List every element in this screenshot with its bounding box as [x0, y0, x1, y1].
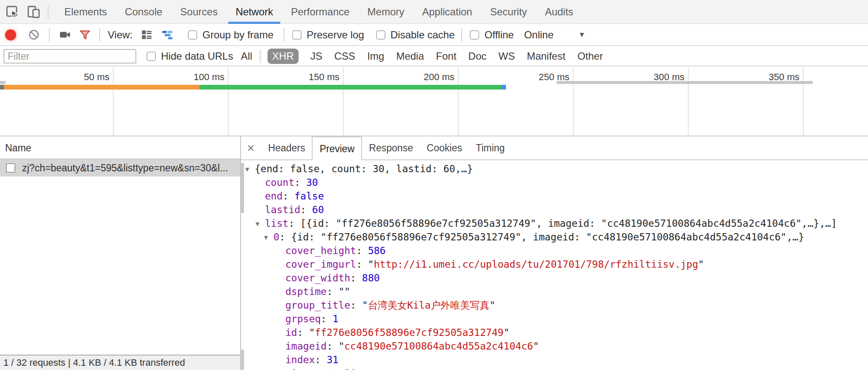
filter-type-manifest[interactable]: Manifest	[527, 50, 566, 62]
record-icon[interactable]	[5, 29, 16, 40]
expand-triangle-icon[interactable]: ▼	[256, 217, 265, 231]
preview-segment: :	[283, 191, 295, 202]
separator	[260, 49, 261, 63]
preserve-log-label[interactable]: Preserve log	[307, 29, 364, 41]
preview-segment: 0	[273, 231, 279, 243]
preview-row: grpseq: 1	[241, 312, 868, 326]
filter-type-all[interactable]: All	[241, 50, 252, 62]
disable-cache-checkbox[interactable]	[376, 30, 385, 40]
preview-row: group_title: "台湾美女Kila户外唯美写真"	[241, 298, 868, 312]
detail-tab-response[interactable]: Response	[362, 136, 420, 159]
detail-tab-headers[interactable]: Headers	[262, 136, 312, 159]
preview-segment: : ""	[327, 286, 350, 297]
detail-tab-preview[interactable]: Preview	[312, 136, 362, 160]
tab-sources[interactable]: Sources	[171, 0, 227, 24]
separator	[461, 28, 462, 42]
ruler-gridline	[803, 67, 804, 136]
tab-security[interactable]: Security	[481, 0, 536, 24]
preview-row: index: 31	[241, 353, 868, 367]
separator	[99, 28, 100, 42]
preview-segment: group_title	[285, 300, 350, 311]
group-by-frame-checkbox[interactable]	[188, 30, 197, 40]
ruler-gridline	[343, 67, 344, 136]
filter-type-css[interactable]: CSS	[334, 50, 355, 62]
offline-checkbox[interactable]	[470, 30, 479, 40]
disable-cache-label[interactable]: Disable cache	[391, 29, 455, 41]
ruler-label: 50 ms	[84, 72, 109, 83]
request-list: zj?ch=beauty&t1=595&listtype=new&sn=30&l…	[0, 159, 240, 176]
preview-segment: "	[489, 300, 495, 311]
waterfall-overview-icon[interactable]	[162, 29, 173, 40]
preserve-log-checkbox[interactable]	[292, 30, 302, 40]
filter-type-js[interactable]: JS	[310, 50, 322, 62]
request-checkbox[interactable]	[6, 163, 15, 173]
tab-audits[interactable]: Audits	[536, 0, 582, 24]
group-by-frame-label[interactable]: Group by frame	[202, 29, 273, 41]
inspect-element-icon[interactable]	[5, 5, 20, 19]
detail-tab-cookies[interactable]: Cookies	[420, 136, 469, 159]
scrollbar-thumb[interactable]	[241, 163, 244, 213]
preview-segment: imageid	[285, 341, 327, 352]
preview-segment: piccount	[285, 368, 333, 370]
filter-type-doc[interactable]: Doc	[468, 50, 487, 62]
preview-segment: dsptime	[285, 286, 327, 297]
preview-segment: cover_height	[285, 245, 356, 256]
preview-segment: :	[300, 204, 312, 215]
preview-segment: 30	[344, 368, 356, 370]
requests-panel: Name zj?ch=beauty&t1=595&listtype=new&sn…	[0, 136, 241, 370]
filter-type-other[interactable]: Other	[578, 50, 603, 62]
throttling-select[interactable]: Online	[524, 29, 553, 41]
device-toolbar-icon[interactable]	[26, 5, 41, 19]
preview-segment: grpseq	[285, 313, 321, 324]
name-column-header[interactable]: Name	[0, 136, 240, 159]
filter-type-xhr[interactable]: XHR	[267, 49, 299, 64]
filter-type-media[interactable]: Media	[396, 50, 424, 62]
filter-type-img[interactable]: Img	[367, 50, 384, 62]
overview[interactable]: 50 ms100 ms150 ms200 ms250 ms300 ms350 m…	[0, 67, 868, 136]
preview-row: id: "ff276e8056f58896e7cf92505a312749"	[241, 326, 868, 339]
filter-type-font[interactable]: Font	[436, 50, 457, 62]
preview-segment: 60	[312, 204, 324, 215]
close-icon[interactable]: ×	[247, 137, 255, 159]
tab-elements[interactable]: Elements	[55, 0, 116, 24]
filter-funnel-icon[interactable]	[79, 29, 91, 40]
tab-performance[interactable]: Performance	[282, 0, 358, 24]
detail-tab-timing[interactable]: Timing	[469, 136, 512, 159]
offline-label[interactable]: Offline	[484, 29, 514, 41]
preview-row[interactable]: ▼list: [{id: "ff276e8056f58896e7cf92505a…	[241, 217, 868, 230]
expand-triangle-icon[interactable]: ▼	[245, 162, 255, 176]
preview-row[interactable]: ▼0: {id: "ff276e8056f58896e7cf92505a3127…	[241, 230, 868, 244]
resource-type-filters: AllXHRJSCSSImgMediaFontDocWSManifestOthe…	[233, 49, 603, 64]
ruler-gridline	[573, 67, 574, 136]
preview-segment: 31	[327, 354, 339, 365]
preview-segment: : "	[297, 327, 315, 338]
expand-triangle-icon[interactable]: ▼	[264, 231, 273, 244]
request-row[interactable]: zj?ch=beauty&t1=595&listtype=new&sn=30&l…	[0, 159, 240, 176]
preview-segment: 586	[368, 245, 386, 256]
tab-application[interactable]: Application	[413, 0, 481, 24]
hide-data-urls-label[interactable]: Hide data URLs	[161, 50, 233, 62]
request-name: zj?ch=beauty&t1=595&listtype=new&sn=30&l…	[22, 162, 228, 174]
preview-segment: {end: false, count: 30, lastid: 60,…}	[255, 163, 473, 174]
preview-row: piccount: 30	[241, 367, 868, 370]
preview-segment: cover_width	[285, 272, 350, 283]
hide-data-urls-checkbox[interactable]	[147, 52, 156, 61]
scrollbar-thumb[interactable]	[241, 350, 244, 370]
tab-network[interactable]: Network	[227, 0, 282, 24]
ruler-gridline	[688, 67, 689, 136]
preview-segment: :	[350, 272, 362, 283]
tab-memory[interactable]: Memory	[359, 0, 414, 24]
preview-segment: list	[265, 218, 288, 229]
clear-icon[interactable]	[28, 29, 40, 40]
large-rows-view-icon[interactable]	[141, 29, 152, 40]
filter-input[interactable]	[3, 49, 136, 64]
preview-row[interactable]: ▼{end: false, count: 30, lastid: 60,…}	[241, 162, 868, 176]
preview-row: count: 30	[241, 176, 868, 189]
preview-segment: 880	[362, 272, 380, 283]
preview-segment: 1	[333, 313, 339, 324]
chevron-down-icon[interactable]: ▼	[578, 31, 586, 39]
screenshot-camera-icon[interactable]	[59, 29, 71, 40]
preview-segment: "	[533, 341, 539, 352]
tab-console[interactable]: Console	[116, 0, 171, 24]
filter-type-ws[interactable]: WS	[498, 50, 515, 62]
